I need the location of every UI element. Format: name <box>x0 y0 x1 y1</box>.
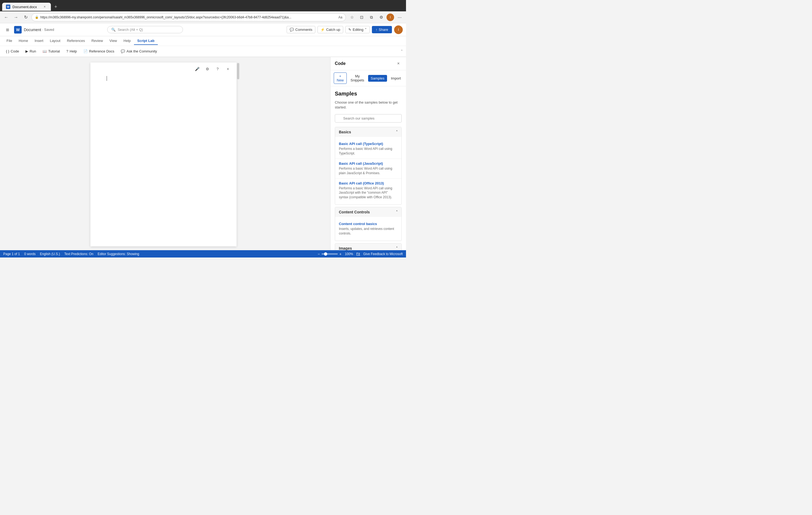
tab-insert[interactable]: Insert <box>31 37 47 45</box>
panel-close-button[interactable]: × <box>395 60 402 67</box>
address-bar[interactable]: 🔒 https://m365c368996-my.sharepoint.com/… <box>31 13 346 21</box>
doc-scrollbar[interactable] <box>237 62 240 80</box>
basics-section-items: Basic API call (TypeScript) Performs a b… <box>335 137 401 205</box>
search-samples-input[interactable] <box>335 114 402 123</box>
ribbon-collapse-button[interactable]: ˄ <box>401 49 403 54</box>
settings-button[interactable]: ⚙ <box>377 13 385 22</box>
tab-review[interactable]: Review <box>88 37 106 45</box>
panel-title: Code <box>335 61 346 66</box>
chevron-down-icon: ˅ <box>365 28 367 32</box>
share-icon: ↑ <box>376 28 378 32</box>
sample-content-controls[interactable]: Content control basics Inserts, updates,… <box>335 219 401 239</box>
share-button[interactable]: ↑ Share <box>372 26 392 33</box>
code-button[interactable]: { } Code <box>3 48 22 55</box>
zoom-out-button[interactable]: − <box>318 252 320 256</box>
tab-close-button[interactable]: × <box>42 4 47 9</box>
images-section-header[interactable]: Images ˄ <box>335 243 401 250</box>
panel-section-title: Samples <box>335 91 402 97</box>
sample-typescript-desc: Performs a basic Word API call using Typ… <box>339 147 398 156</box>
user-avatar[interactable]: I <box>394 25 403 34</box>
basics-chevron-up-icon: ˄ <box>396 130 398 134</box>
script-lab-panel: Code × + New My Snippets Samples Import … <box>330 57 406 250</box>
basics-section-header[interactable]: Basics ˄ <box>335 127 401 137</box>
document-page[interactable] <box>90 62 237 246</box>
panel-samples-button[interactable]: Samples <box>368 75 387 82</box>
doc-title: Document <box>24 28 41 32</box>
sample-typescript[interactable]: Basic API call (TypeScript) Performs a b… <box>335 139 401 159</box>
tab-layout[interactable]: Layout <box>47 37 64 45</box>
language: English (U.S.) <box>40 252 60 256</box>
doc-saved-status: · Saved <box>42 28 54 32</box>
more-button[interactable]: ⋯ <box>395 13 404 22</box>
sample-content-controls-name: Content control basics <box>339 222 398 226</box>
extensions-button[interactable]: ⧉ <box>367 13 376 22</box>
mic-icon: 🎤 <box>195 67 200 71</box>
feedback-button[interactable]: Give Feedback to Microsoft <box>363 252 403 256</box>
sample-typescript-name: Basic API call (TypeScript) <box>339 142 398 146</box>
help-doc-icon: ? <box>216 67 219 71</box>
search-icon: 🔍 <box>111 28 116 32</box>
reference-docs-button[interactable]: 📄 Reference Docs <box>81 48 117 55</box>
word-logo: W <box>14 26 22 34</box>
sample-office2013[interactable]: Basic API call (Office 2013) Performs a … <box>335 179 401 202</box>
code-icon: { } <box>6 49 9 53</box>
read-mode-icon: Aa <box>338 16 342 19</box>
comment-icon: 💬 <box>290 28 294 32</box>
app-search-box[interactable]: 🔍 Search (Alt + Q) <box>107 26 183 33</box>
office-app-bar: ⊞ W Document · Saved 🔍 Search (Alt + Q) … <box>0 23 406 36</box>
content-controls-section-items: Content control basics Inserts, updates,… <box>335 217 401 241</box>
active-browser-tab[interactable]: W Document.docx × <box>2 3 51 11</box>
tab-references[interactable]: References <box>64 37 88 45</box>
url-text: https://m365c368996-my.sharepoint.com/pe… <box>40 16 291 19</box>
zoom-slider[interactable] <box>322 253 338 254</box>
zoom-in-button[interactable]: + <box>340 252 342 256</box>
panel-import-button[interactable]: Import <box>388 75 404 82</box>
back-button[interactable]: ← <box>2 13 10 21</box>
scroll-thumb[interactable] <box>237 63 239 79</box>
run-button[interactable]: ▶ Run <box>23 48 39 55</box>
collections-button[interactable]: ⊡ <box>357 13 366 22</box>
page-info: Page 1 of 1 <box>3 252 20 256</box>
catch-up-button[interactable]: ⚡ Catch up <box>318 26 343 33</box>
fit-button[interactable]: Fit <box>356 252 360 256</box>
mic-button[interactable]: 🎤 <box>193 65 201 73</box>
panel-header: Code × <box>330 57 406 70</box>
help-doc-button[interactable]: ? <box>213 65 222 73</box>
new-tab-button[interactable]: + <box>52 3 60 10</box>
help-button[interactable]: ? Help <box>64 48 80 55</box>
ask-community-button[interactable]: 💬 Ask the Community <box>118 48 160 55</box>
forward-icon: → <box>14 15 18 20</box>
more-icon: ⋯ <box>398 15 402 20</box>
favorites-button[interactable]: ☆ <box>348 13 356 22</box>
sample-javascript[interactable]: Basic API call (JavaScript) Performs a b… <box>335 159 401 179</box>
back-icon: ← <box>4 15 8 20</box>
refresh-icon: ↻ <box>24 14 28 20</box>
text-predictions: Text Predictions: On <box>64 252 93 256</box>
refresh-button[interactable]: ↻ <box>22 13 30 21</box>
app-bar-search-area: 🔍 Search (Alt + Q) <box>107 26 183 33</box>
tutorial-button[interactable]: 📖 Tutorial <box>40 48 62 55</box>
tab-view[interactable]: View <box>106 37 120 45</box>
panel-new-button[interactable]: + New <box>334 72 347 84</box>
close-icon: × <box>227 67 229 71</box>
tutorial-icon: 📖 <box>42 49 47 53</box>
forward-button[interactable]: → <box>12 13 20 21</box>
tab-home[interactable]: Home <box>16 37 31 45</box>
content-controls-section-header[interactable]: Content Controls ˄ <box>335 207 401 217</box>
tab-file[interactable]: File <box>3 37 16 45</box>
tab-script-lab[interactable]: Script Lab <box>134 37 158 45</box>
gear-doc-icon: ⚙ <box>206 67 209 71</box>
panel-my-snippets-button[interactable]: My Snippets <box>348 73 367 84</box>
tab-help[interactable]: Help <box>120 37 134 45</box>
settings-doc-button[interactable]: ⚙ <box>203 65 212 73</box>
editing-button[interactable]: ✎ Editing ˅ <box>345 26 370 33</box>
ribbon: File Home Insert Layout References Revie… <box>0 36 406 57</box>
lock-icon: 🔒 <box>35 16 39 19</box>
zoom-control: − + <box>318 252 342 256</box>
app-grid-button[interactable]: ⊞ <box>3 25 12 34</box>
browser-profile-button[interactable]: I <box>386 13 394 21</box>
editor-suggestions: Editor Suggestions: Showing <box>98 252 139 256</box>
doc-title-area: Document · Saved <box>24 28 54 32</box>
close-panel-button[interactable]: × <box>224 65 232 73</box>
comments-button[interactable]: 💬 Comments <box>287 26 315 33</box>
